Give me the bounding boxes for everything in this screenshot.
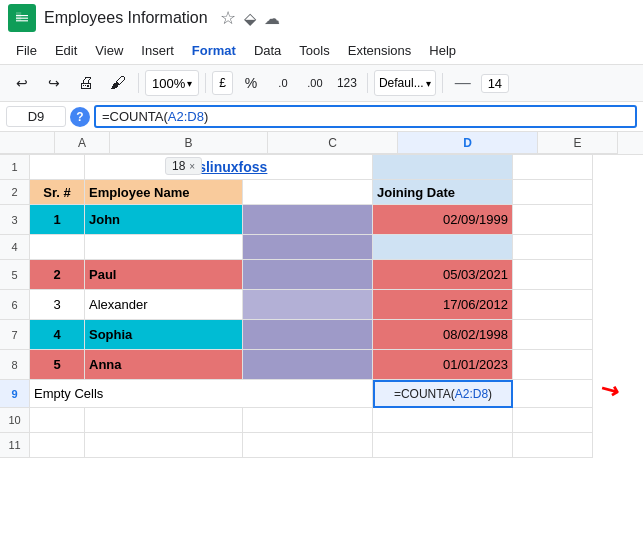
menu-edit[interactable]: Edit [47,40,85,61]
cell-e2[interactable] [513,180,593,205]
cell-b11[interactable] [85,433,243,458]
formula-input[interactable]: =COUNTA(A2:D8) [94,105,637,128]
star-icon[interactable]: ☆ [220,7,236,29]
tooltip-box: 18 × [165,157,202,175]
row-num-3: 3 [0,205,30,235]
menu-data[interactable]: Data [246,40,289,61]
font-size-decrease[interactable]: — [449,69,477,97]
menu-view[interactable]: View [87,40,131,61]
cell-b5[interactable]: Paul [85,260,243,290]
format-decimal-less[interactable]: .0 [269,69,297,97]
format-percent-button[interactable]: % [237,69,265,97]
cell-a10[interactable] [30,408,85,433]
cell-c10[interactable] [243,408,373,433]
cell-e8[interactable] [513,350,593,380]
menu-file[interactable]: File [8,40,45,61]
cell-a3[interactable]: 1 [30,205,85,235]
cell-a8[interactable]: 5 [30,350,85,380]
font-size-value[interactable]: 14 [481,74,509,93]
cell-d1[interactable] [373,155,513,180]
cell-d6[interactable]: 17/06/2012 [373,290,513,320]
cell-b1[interactable]: itslinuxfoss 18 × [85,155,373,180]
cell-e1[interactable] [513,155,593,180]
cell-e10[interactable] [513,408,593,433]
cloud-icon[interactable]: ☁ [264,9,280,28]
cell-d4[interactable] [373,235,513,260]
font-selector[interactable]: Defaul... ▾ [374,70,436,96]
format-decimal-more[interactable]: .00 [301,69,329,97]
cell-e3[interactable] [513,205,593,235]
cell-e11[interactable] [513,433,593,458]
cell-a11[interactable] [30,433,85,458]
col-header-d[interactable]: D [398,132,538,154]
cell-a1[interactable] [30,155,85,180]
cell-d11[interactable] [373,433,513,458]
cell-reference-box[interactable]: D9 [6,106,66,127]
cell-a9[interactable]: Empty Cells [30,380,373,408]
print-button[interactable]: 🖨 [72,69,100,97]
cell-d3[interactable]: 02/09/1999 [373,205,513,235]
table-row: 7 4 Sophia 08/02/1998 [0,320,643,350]
cell-d8[interactable]: 01/01/2023 [373,350,513,380]
paint-format-button[interactable]: 🖌 [104,69,132,97]
format-currency-button[interactable]: £ [212,71,233,95]
cell-b8[interactable]: Anna [85,350,243,380]
tooltip-close-icon[interactable]: × [189,161,195,172]
cell-c7[interactable] [243,320,373,350]
menu-tools[interactable]: Tools [291,40,337,61]
cell-b3[interactable]: John [85,205,243,235]
menu-help[interactable]: Help [421,40,464,61]
cell-d2[interactable]: Joining Date [373,180,513,205]
zoom-selector[interactable]: 100% ▾ [145,70,199,96]
cell-a6[interactable]: 3 [30,290,85,320]
formula-help-icon[interactable]: ? [70,107,90,127]
folder-icon[interactable]: ⬙ [244,9,256,28]
cell-b7[interactable]: Sophia [85,320,243,350]
cell-e4[interactable] [513,235,593,260]
undo-button[interactable]: ↩ [8,69,36,97]
table-row: 10 [0,408,643,433]
cell-b10[interactable] [85,408,243,433]
table-row: 9 Empty Cells =COUNTA(A2:D8) [0,380,643,408]
toolbar-divider-3 [367,73,368,93]
cell-b4[interactable] [85,235,243,260]
col-header-b[interactable]: B [110,132,268,154]
cell-d9[interactable]: =COUNTA(A2:D8) [373,380,513,408]
cell-e9[interactable] [513,380,593,408]
cell-d7[interactable]: 08/02/1998 [373,320,513,350]
cell-c4[interactable] [243,235,373,260]
cell-a4[interactable] [30,235,85,260]
row-num-4: 4 [0,235,30,260]
row-num-7: 7 [0,320,30,350]
col-header-a[interactable]: A [55,132,110,154]
row-num-6: 6 [0,290,30,320]
cell-c2[interactable] [243,180,373,205]
menu-insert[interactable]: Insert [133,40,182,61]
cell-e6[interactable] [513,290,593,320]
cell-d10[interactable] [373,408,513,433]
cell-a7[interactable]: 4 [30,320,85,350]
cell-e5[interactable] [513,260,593,290]
toolbar: ↩ ↪ 🖨 🖌 100% ▾ £ % .0 .00 123 Defaul... … [0,64,643,102]
menu-extensions[interactable]: Extensions [340,40,420,61]
cell-e7[interactable] [513,320,593,350]
col-header-c[interactable]: C [268,132,398,154]
cell-c8[interactable] [243,350,373,380]
cell-c11[interactable] [243,433,373,458]
col-header-e[interactable]: E [538,132,618,154]
cell-d5[interactable]: 05/03/2021 [373,260,513,290]
cell-b2[interactable]: Employee Name [85,180,243,205]
cell-b6[interactable]: Alexander [85,290,243,320]
cell-a5[interactable]: 2 [30,260,85,290]
cell-c3[interactable] [243,205,373,235]
column-headers: A B C D E [0,132,643,155]
table-row: 8 5 Anna 01/01/2023 [0,350,643,380]
table-row: 4 [0,235,643,260]
format-number[interactable]: 123 [333,69,361,97]
redo-button[interactable]: ↪ [40,69,68,97]
cell-a2[interactable]: Sr. # [30,180,85,205]
cell-c6[interactable] [243,290,373,320]
menu-format[interactable]: Format [184,40,244,61]
row-num-11: 11 [0,433,30,458]
cell-c5[interactable] [243,260,373,290]
